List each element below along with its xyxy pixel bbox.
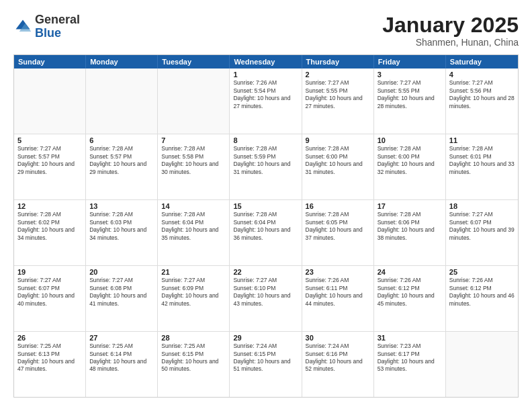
day-num: 27 xyxy=(89,334,154,342)
day-num: 12 xyxy=(17,202,82,210)
week-row-1: 5 Sunrise: 7:27 AM Sunset: 5:57 PM Dayli… xyxy=(14,134,518,200)
cell-sunrise: Sunrise: 7:25 AM xyxy=(161,342,226,350)
cell-sunset: Sunset: 5:54 PM xyxy=(233,87,298,95)
cell-daylight: Daylight: 10 hours and 43 minutes. xyxy=(233,292,298,308)
cell-sunset: Sunset: 6:02 PM xyxy=(17,219,82,226)
cell-sunset: Sunset: 6:07 PM xyxy=(449,219,515,226)
cell-sunset: Sunset: 6:15 PM xyxy=(233,351,298,358)
cell-2-3: 15 Sunrise: 7:28 AM Sunset: 6:04 PM Dayl… xyxy=(230,200,302,265)
cell-0-5: 3 Sunrise: 7:27 AM Sunset: 5:55 PM Dayli… xyxy=(374,68,446,134)
header-thursday: Thursday xyxy=(302,55,374,68)
week-row-2: 12 Sunrise: 7:28 AM Sunset: 6:02 PM Dayl… xyxy=(14,200,518,266)
cell-daylight: Daylight: 10 hours and 53 minutes. xyxy=(378,358,442,373)
cell-sunrise: Sunrise: 7:28 AM xyxy=(89,211,154,218)
cell-daylight: Daylight: 10 hours and 37 minutes. xyxy=(306,226,370,242)
cell-4-3: 29 Sunrise: 7:24 AM Sunset: 6:15 PM Dayl… xyxy=(230,332,302,397)
cell-daylight: Daylight: 10 hours and 42 minutes. xyxy=(161,292,226,308)
cell-sunset: Sunset: 6:00 PM xyxy=(378,153,442,161)
cell-daylight: Daylight: 10 hours and 33 minutes. xyxy=(449,161,515,176)
cell-1-4: 9 Sunrise: 7:28 AM Sunset: 6:00 PM Dayli… xyxy=(302,134,374,199)
page: General Blue January 2025 Shanmen, Hunan… xyxy=(0,0,532,411)
week-row-0: 1 Sunrise: 7:26 AM Sunset: 5:54 PM Dayli… xyxy=(14,68,518,134)
cell-3-4: 23 Sunrise: 7:26 AM Sunset: 6:11 PM Dayl… xyxy=(302,266,374,331)
cell-sunrise: Sunrise: 7:27 AM xyxy=(449,79,515,87)
header-wednesday: Wednesday xyxy=(230,55,302,68)
day-num: 28 xyxy=(161,334,226,342)
cell-sunrise: Sunrise: 7:28 AM xyxy=(233,145,298,152)
cell-daylight: Daylight: 10 hours and 34 minutes. xyxy=(17,226,82,242)
cell-daylight: Daylight: 10 hours and 48 minutes. xyxy=(89,358,154,373)
cell-sunset: Sunset: 5:55 PM xyxy=(306,87,370,95)
day-num: 11 xyxy=(449,136,515,144)
cell-sunset: Sunset: 5:59 PM xyxy=(233,153,298,161)
day-num: 23 xyxy=(306,268,370,276)
cell-2-6: 18 Sunrise: 7:27 AM Sunset: 6:07 PM Dayl… xyxy=(446,200,518,265)
header-friday: Friday xyxy=(374,55,446,68)
cell-1-1: 6 Sunrise: 7:28 AM Sunset: 5:57 PM Dayli… xyxy=(86,134,158,199)
cell-2-2: 14 Sunrise: 7:28 AM Sunset: 6:04 PM Dayl… xyxy=(158,200,230,265)
cell-sunrise: Sunrise: 7:28 AM xyxy=(161,145,226,152)
day-num: 21 xyxy=(161,268,226,276)
cell-sunrise: Sunrise: 7:23 AM xyxy=(378,342,442,350)
cell-sunset: Sunset: 6:00 PM xyxy=(306,153,370,161)
day-num: 5 xyxy=(17,136,82,144)
cell-sunrise: Sunrise: 7:27 AM xyxy=(17,277,82,284)
cell-sunset: Sunset: 6:12 PM xyxy=(378,285,442,292)
cell-4-2: 28 Sunrise: 7:25 AM Sunset: 6:15 PM Dayl… xyxy=(158,332,230,397)
cell-daylight: Daylight: 10 hours and 35 minutes. xyxy=(161,226,226,242)
cell-sunrise: Sunrise: 7:27 AM xyxy=(449,211,515,218)
cell-3-6: 25 Sunrise: 7:26 AM Sunset: 6:12 PM Dayl… xyxy=(446,266,518,331)
cell-daylight: Daylight: 10 hours and 30 minutes. xyxy=(161,161,226,176)
day-num: 14 xyxy=(161,202,226,210)
day-num: 15 xyxy=(233,202,298,210)
cell-3-5: 24 Sunrise: 7:26 AM Sunset: 6:12 PM Dayl… xyxy=(374,266,446,331)
cell-sunset: Sunset: 6:04 PM xyxy=(233,219,298,226)
cell-sunrise: Sunrise: 7:25 AM xyxy=(89,342,154,350)
cell-daylight: Daylight: 10 hours and 45 minutes. xyxy=(378,292,442,308)
cell-sunset: Sunset: 5:55 PM xyxy=(378,87,442,95)
cell-daylight: Daylight: 10 hours and 51 minutes. xyxy=(233,358,298,373)
cell-sunset: Sunset: 5:58 PM xyxy=(161,153,226,161)
day-num: 29 xyxy=(233,334,298,342)
day-num: 16 xyxy=(306,202,370,210)
cell-1-5: 10 Sunrise: 7:28 AM Sunset: 6:00 PM Dayl… xyxy=(374,134,446,199)
cell-sunrise: Sunrise: 7:27 AM xyxy=(378,79,442,87)
day-num: 3 xyxy=(378,71,442,79)
cell-3-0: 19 Sunrise: 7:27 AM Sunset: 6:07 PM Dayl… xyxy=(14,266,86,331)
month-title: January 2025 xyxy=(382,13,519,37)
cell-sunrise: Sunrise: 7:28 AM xyxy=(449,145,515,152)
day-num: 4 xyxy=(449,71,515,79)
day-num: 18 xyxy=(449,202,515,210)
cell-daylight: Daylight: 10 hours and 52 minutes. xyxy=(306,358,370,373)
cell-sunset: Sunset: 5:57 PM xyxy=(89,153,154,161)
calendar: Sunday Monday Tuesday Wednesday Thursday… xyxy=(13,54,519,398)
day-num: 9 xyxy=(306,136,370,144)
day-num: 30 xyxy=(306,334,370,342)
day-num: 26 xyxy=(17,334,82,342)
cell-sunrise: Sunrise: 7:28 AM xyxy=(233,211,298,218)
cell-1-6: 11 Sunrise: 7:28 AM Sunset: 6:01 PM Dayl… xyxy=(446,134,518,199)
cell-4-1: 27 Sunrise: 7:25 AM Sunset: 6:14 PM Dayl… xyxy=(86,332,158,397)
day-num: 1 xyxy=(233,71,298,79)
calendar-header: Sunday Monday Tuesday Wednesday Thursday… xyxy=(14,55,518,68)
cell-1-2: 7 Sunrise: 7:28 AM Sunset: 5:58 PM Dayli… xyxy=(158,134,230,199)
cell-sunrise: Sunrise: 7:24 AM xyxy=(233,342,298,350)
week-row-4: 26 Sunrise: 7:25 AM Sunset: 6:13 PM Dayl… xyxy=(14,332,518,397)
cell-sunset: Sunset: 6:14 PM xyxy=(89,351,154,358)
cell-daylight: Daylight: 10 hours and 41 minutes. xyxy=(89,292,154,308)
cell-sunset: Sunset: 6:06 PM xyxy=(378,219,442,226)
cell-sunset: Sunset: 6:17 PM xyxy=(378,351,442,358)
logo: General Blue xyxy=(13,13,80,40)
cell-4-5: 31 Sunrise: 7:23 AM Sunset: 6:17 PM Dayl… xyxy=(374,332,446,397)
cell-daylight: Daylight: 10 hours and 40 minutes. xyxy=(17,292,82,308)
cell-sunrise: Sunrise: 7:27 AM xyxy=(233,277,298,284)
cell-daylight: Daylight: 10 hours and 29 minutes. xyxy=(17,161,82,176)
logo-general: General xyxy=(35,13,80,26)
cell-sunset: Sunset: 6:12 PM xyxy=(449,285,515,292)
cell-sunset: Sunset: 6:05 PM xyxy=(306,219,370,226)
cell-daylight: Daylight: 10 hours and 31 minutes. xyxy=(233,161,298,176)
cell-daylight: Daylight: 10 hours and 28 minutes. xyxy=(449,95,515,110)
cell-4-6 xyxy=(446,332,518,397)
cell-4-4: 30 Sunrise: 7:24 AM Sunset: 6:16 PM Dayl… xyxy=(302,332,374,397)
day-num: 8 xyxy=(233,136,298,144)
